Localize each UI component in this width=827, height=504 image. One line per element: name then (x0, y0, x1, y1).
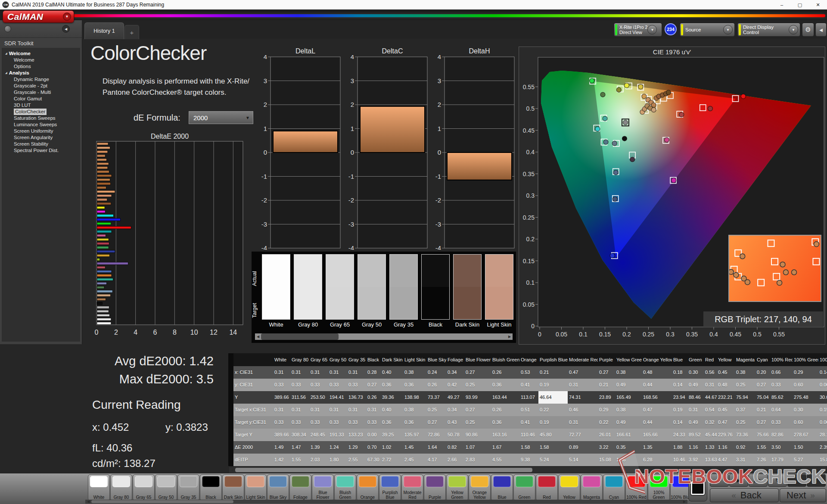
sidebar-item-screen-angularity[interactable]: Screen Angularity (2, 134, 80, 141)
sidebar-dot-button[interactable] (4, 25, 11, 32)
scroll-right-icon[interactable]: ▶ (681, 500, 687, 504)
table-cell: 85.62 (770, 391, 793, 404)
scrollbar-thumb[interactable] (235, 468, 532, 472)
sidebar-item-screen-stability[interactable]: Screen Stability (2, 141, 80, 147)
swatch-strip-scrollbar[interactable]: ◀ ▶ (255, 333, 513, 340)
patch-button-green[interactable]: Green (513, 474, 535, 501)
transport-blank-button[interactable] (807, 474, 826, 487)
sidebar-item-grayscale-2pt[interactable]: Grayscale - 2pt (2, 83, 80, 89)
patch-button-blue-sky[interactable]: Blue Sky (267, 474, 289, 501)
sidebar-item-grayscale-multi[interactable]: Grayscale - Multi (2, 89, 80, 96)
transport-button-2[interactable]: ▶▶ (749, 474, 768, 487)
swatch-gray-80[interactable]: Gray 80 (294, 254, 322, 328)
transport-button-3[interactable]: ↻ (768, 474, 787, 487)
svg-text:-2: -2 (435, 196, 441, 204)
patch-button-gray-65[interactable]: Gray 65 (133, 474, 155, 501)
swatch-dark-skin[interactable]: Dark Skin (453, 254, 482, 328)
scroll-left-icon[interactable]: ◀ (255, 335, 261, 339)
patch-button-gray-50[interactable]: Gray 50 (155, 474, 177, 501)
meter-dropdown[interactable]: X-Rite i1Pro 2 Direct View ▼ (614, 23, 662, 37)
sidebar-item-options[interactable]: Options (2, 63, 80, 70)
expander-icon[interactable]: ◢ (5, 70, 7, 76)
sidebar-item-screen-uniformity[interactable]: Screen Uniformity (2, 128, 80, 134)
scrollbar-thumb[interactable] (91, 500, 233, 503)
patch-button-black[interactable]: Black (200, 474, 222, 501)
measured-point (642, 94, 647, 99)
panel-collapse-button[interactable]: ◀ (815, 23, 827, 37)
swatch-light-skin[interactable]: Light Skin (485, 254, 513, 328)
swatch-black[interactable]: Black (421, 254, 450, 328)
tab-add-button[interactable]: + (124, 25, 139, 39)
scroll-left-icon[interactable]: ◀ (229, 468, 235, 472)
swatch-gray-65[interactable]: Gray 65 (326, 254, 354, 328)
sidebar-item-welcome[interactable]: ◢Welcome (2, 50, 80, 57)
back-button[interactable]: « Back (710, 488, 779, 502)
scrollbar-thumb[interactable] (261, 333, 339, 340)
expander-icon[interactable]: ◢ (5, 50, 7, 57)
de-formula-select[interactable]: 2000 ▼ (189, 111, 253, 124)
patch-button-foliage[interactable]: Foliage (289, 474, 311, 501)
source-dropdown[interactable]: Source ▼ (680, 23, 735, 37)
sidebar-item-colorchecker[interactable]: ColorChecker (2, 109, 80, 115)
sidebar-item-saturation-sweeps[interactable]: Saturation Sweeps (2, 115, 80, 121)
scroll-right-icon[interactable]: ▶ (820, 468, 826, 472)
sidebar-collapse-icon[interactable]: ◀ (62, 25, 70, 33)
display-control-dropdown[interactable]: Direct Display Control ▼ (737, 23, 800, 37)
patch-button-magenta[interactable]: Magenta (581, 474, 603, 501)
transport-blank-button[interactable] (787, 474, 806, 487)
patch-button-moderate-red[interactable]: Moderate Red (401, 474, 423, 501)
patch-button-yellow[interactable]: Yellow (558, 474, 580, 501)
scroll-left-icon[interactable]: ◀ (85, 500, 91, 504)
transport-button-1[interactable]: ▶ (729, 474, 748, 487)
sidebar-item-color-gamut[interactable]: Color Gamut (2, 96, 80, 102)
patch-button-blue-flower[interactable]: Blue Flower (312, 474, 334, 501)
patch-button-orange[interactable]: Orange (357, 474, 379, 501)
sidebar-item-3d-lut[interactable]: 3D LUT (2, 102, 80, 109)
sidebar-item-analysis[interactable]: ◢Analysis (2, 70, 80, 76)
minimize-button[interactable]: – (773, 0, 791, 9)
patch-button-blue[interactable]: Blue (491, 474, 513, 501)
swatch-white[interactable]: White (262, 254, 290, 328)
patch-button-orange-yellow[interactable]: Orange Yellow (469, 474, 491, 501)
close-button[interactable]: ✕ (809, 0, 827, 9)
patch-color (471, 476, 488, 487)
swatch-gray-35[interactable]: Gray 35 (389, 254, 418, 328)
sidebar-item-spectral-power-dist[interactable]: Spectral Power Dist. (2, 147, 80, 154)
patch-button-white[interactable]: White (88, 474, 110, 501)
patch-button-yellow-green[interactable]: Yellow Green (446, 474, 468, 501)
next-button[interactable]: Next » (780, 488, 826, 502)
patch-button-dark-skin[interactable]: Dark Skin (222, 474, 244, 501)
patch-window-button[interactable] (688, 475, 707, 501)
patch-button-gray-35[interactable]: Gray 35 (177, 474, 199, 501)
patch-button-100-green[interactable]: 100% Green (648, 474, 670, 501)
patch-button-100-red[interactable]: 100% Red (625, 474, 647, 501)
table-scrollbar[interactable]: ◀ ▶ (229, 467, 826, 473)
patch-button-cyan[interactable]: Cyan (603, 474, 625, 501)
meter-count-badge[interactable]: 234 (665, 23, 677, 35)
patch-button-red[interactable]: Red (536, 474, 558, 501)
patch-button-purplish-blue[interactable]: Purplish Blue (379, 474, 401, 501)
tab-history-1[interactable]: History 1 (84, 22, 124, 39)
patch-button-light-skin[interactable]: Light Skin (245, 474, 267, 501)
maximize-button[interactable]: ▢ (791, 0, 809, 9)
sidebar-item-welcome[interactable]: Welcome (2, 57, 80, 63)
svg-text:0: 0 (264, 149, 267, 156)
sidebar-item-luminance-sweeps[interactable]: Luminance Sweeps (2, 121, 80, 128)
bottom-strip-scrollbar[interactable]: ◀ ▶ (85, 500, 687, 504)
swatch-color (294, 254, 322, 320)
table-cell: 1.58 (519, 441, 538, 454)
calman-menu-button[interactable]: CalMAN ▼ (3, 10, 74, 23)
transport-button-0[interactable]: ■ (710, 474, 729, 487)
table-cell: 0.24 (426, 366, 446, 379)
table-cell: 45.44 (704, 429, 717, 441)
swatch-gray-50[interactable]: Gray 50 (358, 254, 386, 328)
sidebar-item-dynamic-range[interactable]: Dynamic Range (2, 76, 80, 83)
gear-icon[interactable]: ⚙ (802, 23, 814, 37)
patch-button-purple[interactable]: Purple (424, 474, 446, 501)
scroll-right-icon[interactable]: ▶ (507, 335, 513, 339)
patch-button-bluish-green[interactable]: Bluish Green (334, 474, 356, 501)
patch-button-gray-80[interactable]: Gray 80 (110, 474, 132, 501)
table-cell: 0.44 (642, 416, 672, 429)
measured-point (625, 83, 629, 88)
table-cell: 26.01 (598, 429, 615, 441)
